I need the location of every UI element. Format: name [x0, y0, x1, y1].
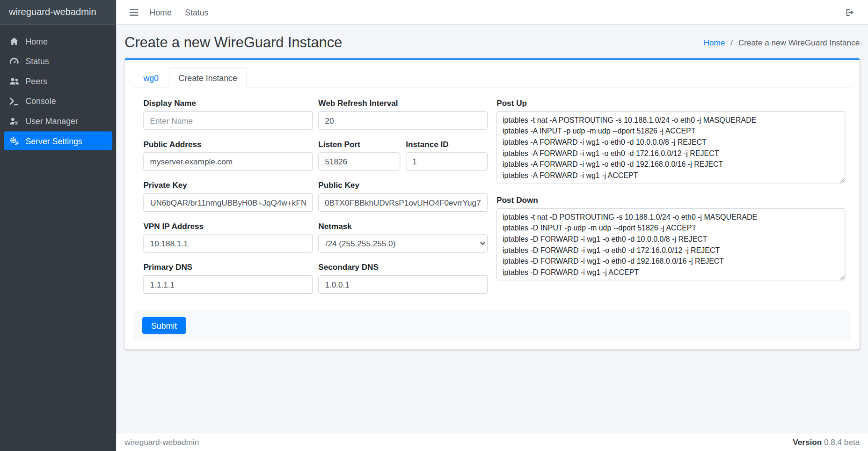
footer-version: Version 0.8.4 beta [793, 438, 860, 447]
users-icon [9, 76, 19, 86]
sidebar-item-server-settings[interactable]: Server Settings [4, 131, 112, 150]
vpn-ip-field: VPN IP Address [143, 222, 313, 252]
post-up-textarea[interactable]: iptables -t nat -A POSTROUTING -s 10.188… [496, 111, 845, 184]
vpn-ip-label: VPN IP Address [143, 222, 313, 230]
public-address-label: Public Address [143, 140, 313, 148]
sidebar-item-peers[interactable]: Peers [4, 72, 112, 90]
post-down-label: Post Down [496, 196, 845, 205]
top-navbar: Home Status [116, 0, 868, 25]
breadcrumb-current: Create a new WireGuard Instance [738, 38, 860, 47]
sidebar-item-label: Peers [25, 76, 47, 86]
app-root: wireguard-webadmin Home Status Peers [0, 0, 868, 451]
sidebar-item-label: Server Settings [25, 136, 82, 145]
public-key-input[interactable] [318, 193, 488, 212]
content: Create a new WireGuard Instance Home / C… [116, 25, 868, 433]
form-right-column: Post Up iptables -t nat -A POSTROUTING -… [496, 99, 845, 294]
listen-port-label: Listen Port [318, 140, 400, 148]
user-gear-icon [9, 116, 19, 126]
web-refresh-interval-field: Web Refresh Interval [318, 99, 488, 130]
home-icon [9, 36, 19, 45]
version-value: 0.8.4 beta [824, 438, 860, 447]
public-address-field: Public Address [143, 140, 313, 170]
secondary-dns-input[interactable] [318, 275, 488, 294]
listen-port-input[interactable] [318, 152, 400, 170]
instance-id-input[interactable] [406, 152, 488, 170]
sidebar-item-label: User Manager [25, 116, 78, 126]
content-header: Create a new WireGuard Instance Home / C… [124, 25, 860, 58]
sidebar-item-console[interactable]: Console [4, 91, 112, 110]
primary-dns-field: Primary DNS [143, 263, 313, 294]
private-key-input[interactable] [143, 193, 313, 212]
instance-id-label: Instance ID [406, 140, 488, 148]
netmask-field: Netmask /24 (255.255.255.0) [318, 222, 488, 252]
topnav-link-home[interactable]: Home [143, 7, 178, 17]
card-footer: Submit [133, 311, 851, 341]
post-down-field: Post Down iptables -t nat -D POSTROUTING… [496, 196, 845, 283]
display-name-input[interactable] [143, 111, 313, 130]
page-footer: wireguard-webadmin Version 0.8.4 beta [116, 433, 868, 451]
gears-icon [9, 136, 19, 145]
sidebar-item-user-manager[interactable]: User Manager [4, 111, 112, 130]
private-key-label: Private Key [143, 181, 313, 190]
private-key-field: Private Key [143, 181, 313, 212]
sidebar: wireguard-webadmin Home Status Peers [0, 0, 116, 451]
gauge-icon [9, 56, 19, 66]
breadcrumb-separator: / [730, 38, 733, 47]
sidebar-nav: Home Status Peers Console [0, 25, 116, 157]
breadcrumb: Home / Create a new WireGuard Instance [704, 38, 860, 47]
instance-form: Display Name Web Refresh Interval Public… [143, 99, 845, 294]
display-name-field: Display Name [143, 99, 313, 130]
breadcrumb-home-link[interactable]: Home [704, 38, 725, 47]
listen-port-field: Listen Port [318, 140, 400, 170]
instance-card: wg0 Create Instance Display Name Web Ref… [124, 58, 860, 349]
terminal-icon [9, 96, 19, 105]
instance-id-field: Instance ID [406, 140, 488, 170]
secondary-dns-field: Secondary DNS [318, 263, 488, 294]
logout-icon[interactable] [841, 6, 859, 18]
tab-create-instance[interactable]: Create Instance [168, 67, 247, 88]
page-title: Create a new WireGuard Instance [124, 34, 342, 51]
main-area: Home Status Create a new WireGuard Insta… [116, 0, 868, 451]
public-address-input[interactable] [143, 152, 313, 170]
submit-button[interactable]: Submit [142, 317, 186, 334]
netmask-label: Netmask [318, 222, 488, 230]
sidebar-item-label: Console [25, 96, 56, 105]
secondary-dns-label: Secondary DNS [318, 263, 488, 272]
primary-dns-label: Primary DNS [143, 263, 313, 272]
public-key-field: Public Key [318, 181, 488, 212]
menu-toggle-icon[interactable] [125, 6, 143, 18]
post-down-textarea[interactable]: iptables -t nat -D POSTROUTING -s 10.188… [496, 208, 845, 281]
sidebar-item-label: Home [25, 36, 47, 45]
sidebar-item-status[interactable]: Status [4, 52, 112, 70]
tab-wg0[interactable]: wg0 [133, 67, 168, 88]
instance-tabs: wg0 Create Instance [133, 67, 851, 88]
sidebar-item-label: Status [25, 56, 49, 66]
sidebar-item-home[interactable]: Home [4, 31, 112, 50]
vpn-ip-input[interactable] [143, 234, 313, 252]
topnav-link-status[interactable]: Status [178, 7, 215, 17]
display-name-label: Display Name [143, 99, 313, 108]
form-left-columns: Display Name Web Refresh Interval Public… [143, 99, 488, 294]
web-refresh-interval-label: Web Refresh Interval [318, 99, 488, 108]
web-refresh-interval-input[interactable] [318, 111, 488, 130]
brand-title[interactable]: wireguard-webadmin [0, 0, 116, 25]
version-label: Version [793, 438, 822, 447]
primary-dns-input[interactable] [143, 275, 313, 294]
port-and-id-field: Listen Port Instance ID [318, 140, 488, 170]
post-up-label: Post Up [496, 99, 845, 108]
footer-brand: wireguard-webadmin [124, 438, 199, 447]
public-key-label: Public Key [318, 181, 488, 190]
post-up-field: Post Up iptables -t nat -A POSTROUTING -… [496, 99, 845, 186]
netmask-select[interactable]: /24 (255.255.255.0) [318, 234, 488, 252]
